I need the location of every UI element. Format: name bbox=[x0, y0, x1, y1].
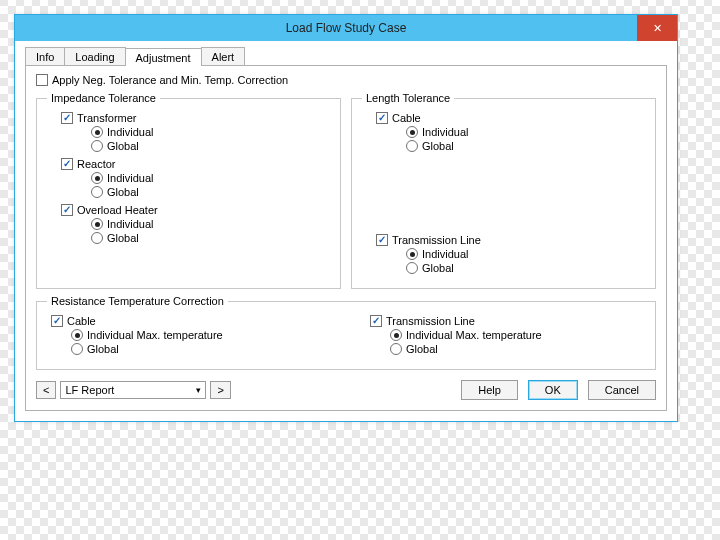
length-tl-individual-radio[interactable] bbox=[406, 248, 418, 260]
cancel-button[interactable]: Cancel bbox=[588, 380, 656, 400]
reactor-global-radio[interactable] bbox=[91, 186, 103, 198]
client-area: Info Loading Adjustment Alert Apply Neg.… bbox=[15, 41, 677, 421]
length-cable-individual-radio[interactable] bbox=[406, 126, 418, 138]
resist-tl-global-radio[interactable] bbox=[390, 343, 402, 355]
transformer-global-radio[interactable] bbox=[91, 140, 103, 152]
window-title: Load Flow Study Case bbox=[286, 21, 407, 35]
resist-tl-checkbox[interactable] bbox=[370, 315, 382, 327]
tabstrip: Info Loading Adjustment Alert bbox=[25, 47, 667, 65]
reactor-individual-radio[interactable] bbox=[91, 172, 103, 184]
reactor-checkbox[interactable] bbox=[61, 158, 73, 170]
apply-neg-checkbox[interactable] bbox=[36, 74, 48, 86]
apply-neg-row: Apply Neg. Tolerance and Min. Temp. Corr… bbox=[36, 74, 656, 86]
reactor-label: Reactor bbox=[77, 158, 116, 170]
close-button[interactable]: ✕ bbox=[637, 15, 677, 41]
tab-info[interactable]: Info bbox=[25, 47, 65, 65]
length-cable-checkbox[interactable] bbox=[376, 112, 388, 124]
resist-cable-global-radio[interactable] bbox=[71, 343, 83, 355]
report-select-value: LF Report bbox=[65, 384, 114, 396]
footer: < LF Report ▾ > Help OK Cancel bbox=[36, 380, 656, 400]
close-icon: ✕ bbox=[653, 22, 662, 35]
transformer-individual-radio[interactable] bbox=[91, 126, 103, 138]
overload-heater-label: Overload Heater bbox=[77, 204, 158, 216]
resistance-legend: Resistance Temperature Correction bbox=[47, 295, 228, 307]
tabpanel-adjustment: Apply Neg. Tolerance and Min. Temp. Corr… bbox=[25, 65, 667, 411]
help-button[interactable]: Help bbox=[461, 380, 518, 400]
overload-heater-individual-radio[interactable] bbox=[91, 218, 103, 230]
length-cable-global-radio[interactable] bbox=[406, 140, 418, 152]
impedance-tolerance-group: Impedance Tolerance Transformer Individu… bbox=[36, 92, 341, 289]
length-tl-checkbox[interactable] bbox=[376, 234, 388, 246]
tab-alert[interactable]: Alert bbox=[201, 47, 246, 65]
transformer-label: Transformer bbox=[77, 112, 137, 124]
titlebar: Load Flow Study Case ✕ bbox=[15, 15, 677, 41]
prev-report-button[interactable]: < bbox=[36, 381, 56, 399]
report-select[interactable]: LF Report ▾ bbox=[60, 381, 206, 399]
length-cable-label: Cable bbox=[392, 112, 421, 124]
apply-neg-label: Apply Neg. Tolerance and Min. Temp. Corr… bbox=[52, 74, 288, 86]
impedance-legend: Impedance Tolerance bbox=[47, 92, 160, 104]
resist-cable-individual-radio[interactable] bbox=[71, 329, 83, 341]
tab-adjustment[interactable]: Adjustment bbox=[125, 48, 202, 66]
transformer-checkbox[interactable] bbox=[61, 112, 73, 124]
length-tolerance-group: Length Tolerance Cable Individual Global bbox=[351, 92, 656, 289]
dialog-window: Load Flow Study Case ✕ Info Loading Adju… bbox=[14, 14, 678, 422]
resistance-group: Resistance Temperature Correction Cable … bbox=[36, 295, 656, 370]
next-report-button[interactable]: > bbox=[210, 381, 230, 399]
overload-heater-global-radio[interactable] bbox=[91, 232, 103, 244]
length-tl-global-radio[interactable] bbox=[406, 262, 418, 274]
resist-cable-checkbox[interactable] bbox=[51, 315, 63, 327]
resist-cable-label: Cable bbox=[67, 315, 96, 327]
length-legend: Length Tolerance bbox=[362, 92, 454, 104]
tab-loading[interactable]: Loading bbox=[64, 47, 125, 65]
length-tl-label: Transmission Line bbox=[392, 234, 481, 246]
ok-button[interactable]: OK bbox=[528, 380, 578, 400]
chevron-down-icon: ▾ bbox=[196, 385, 201, 395]
resist-tl-label: Transmission Line bbox=[386, 315, 475, 327]
resist-tl-individual-radio[interactable] bbox=[390, 329, 402, 341]
overload-heater-checkbox[interactable] bbox=[61, 204, 73, 216]
